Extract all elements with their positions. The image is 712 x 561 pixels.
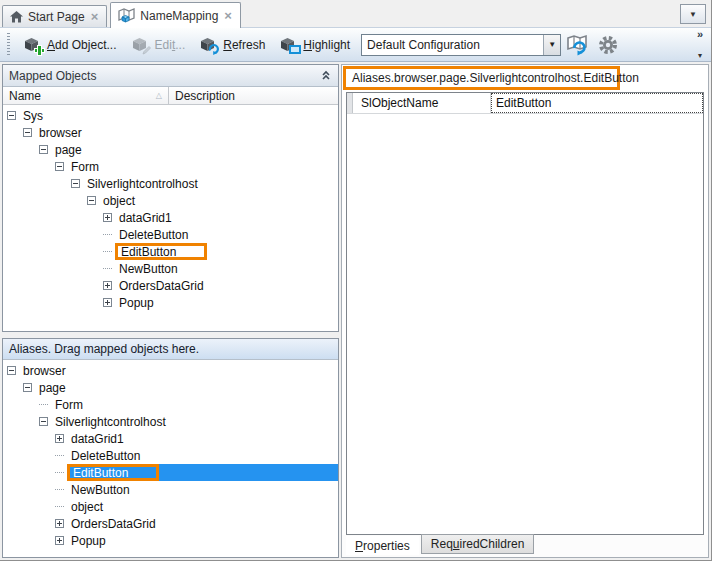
tree-node-label[interactable]: Silverlightcontrolhost (51, 413, 170, 430)
expand-node-icon[interactable] (103, 298, 112, 307)
tab-namemapping[interactable]: NameMapping × (110, 2, 241, 28)
tree-node-Popup[interactable]: Popup (3, 294, 338, 311)
highlight-label: Highlight (303, 38, 350, 52)
collapse-node-icon[interactable] (7, 111, 16, 120)
tree-row-fill: Sys (19, 107, 338, 124)
tree-node-page[interactable]: page (3, 141, 338, 158)
tree-node-label[interactable]: OrdersDataGrid (67, 515, 160, 532)
tree-node-object[interactable]: object (3, 192, 338, 209)
property-row: SlObjectNameEditButton (347, 93, 703, 114)
tree-node-label[interactable]: EditButton (67, 464, 159, 481)
tree-indent (3, 489, 54, 490)
tree-node-object[interactable]: object (3, 498, 338, 515)
collapse-node-icon[interactable] (55, 162, 64, 171)
tree-node-NewButton[interactable]: NewButton (3, 481, 338, 498)
tree-row-fill: browser (19, 362, 338, 379)
collapse-node-icon[interactable] (23, 383, 32, 392)
tree-node-label[interactable]: Silverlightcontrolhost (83, 175, 202, 192)
expand-node-icon[interactable] (103, 213, 112, 222)
tree-node-label[interactable]: object (99, 192, 139, 209)
tree-node-NewButton[interactable]: NewButton (3, 260, 338, 277)
expand-node-icon[interactable] (103, 281, 112, 290)
tree-row-fill: object (99, 192, 338, 209)
details-bottom-tabs: Properties Required Children (342, 535, 708, 557)
tree-node-label[interactable]: EditButton (115, 243, 207, 260)
configuration-combobox[interactable]: Default Configuration ▼ (361, 34, 561, 56)
property-value[interactable]: EditButton (491, 93, 703, 113)
collapse-node-icon[interactable] (23, 128, 32, 137)
tree-node-dataGrid1[interactable]: dataGrid1 (3, 430, 338, 447)
tree-node-label[interactable]: browser (19, 362, 70, 379)
close-icon[interactable]: × (90, 12, 100, 22)
collapse-node-icon[interactable] (71, 179, 80, 188)
tab-list-dropdown-button[interactable]: ▼ (680, 4, 706, 24)
toolbar-overflow-button[interactable]: » ▾ (693, 29, 707, 60)
tree-node-OrdersDataGrid[interactable]: OrdersDataGrid (3, 515, 338, 532)
tree-node-browser[interactable]: browser (3, 362, 338, 379)
tree-node-label[interactable]: OrdersDataGrid (115, 277, 208, 294)
tree-indent (3, 455, 54, 456)
tree-node-label[interactable]: Sys (19, 107, 47, 124)
tree-node-EditButton[interactable]: EditButton (3, 464, 338, 481)
collapse-node-icon[interactable] (39, 145, 48, 154)
tree-node-label[interactable]: page (51, 141, 86, 158)
refresh-label: Refresh (223, 38, 265, 52)
tree-row-fill: NewButton (115, 260, 338, 277)
left-column: Mapped Objects Name △ Description (2, 64, 339, 558)
tree-node-Silverlightcontrolhost[interactable]: Silverlightcontrolhost (3, 175, 338, 192)
tree-node-label[interactable]: Form (67, 158, 103, 175)
collapse-chevrons-icon[interactable] (320, 70, 332, 81)
tab-start-page[interactable]: Start Page × (2, 5, 107, 27)
tree-node-label[interactable]: object (67, 498, 107, 515)
tree-node-label[interactable]: dataGrid1 (67, 430, 128, 447)
tree-node-DeleteButton[interactable]: DeleteButton (3, 226, 338, 243)
expand-node-icon[interactable] (55, 434, 64, 443)
column-header-description[interactable]: Description (169, 87, 338, 104)
tree-node-Form[interactable]: Form (3, 396, 338, 413)
refresh-button[interactable]: Refresh (192, 32, 272, 57)
collapse-node-icon[interactable] (87, 196, 96, 205)
tree-node-Silverlightcontrolhost[interactable]: Silverlightcontrolhost (3, 413, 338, 430)
map-refresh-icon (566, 34, 590, 56)
tree-node-label[interactable]: page (35, 379, 70, 396)
tree-node-label[interactable]: NewButton (115, 260, 182, 277)
tree-node-Form[interactable]: Form (3, 158, 338, 175)
tree-node-Popup[interactable]: Popup (3, 532, 338, 549)
update-namemapping-button[interactable] (565, 33, 591, 57)
collapse-node-icon[interactable] (39, 417, 48, 426)
expand-node-icon[interactable] (55, 519, 64, 528)
tree-node-dataGrid1[interactable]: dataGrid1 (3, 209, 338, 226)
edit-button[interactable]: Edit... (124, 32, 193, 57)
tab-required-children[interactable]: Required Children (421, 534, 535, 554)
tree-node-page[interactable]: page (3, 379, 338, 396)
overflow-chevron-icon: » (697, 29, 703, 39)
aliases-title: Aliases. Drag mapped objects here. (9, 342, 332, 356)
tree-node-label[interactable]: NewButton (67, 481, 134, 498)
tree-node-DeleteButton[interactable]: DeleteButton (3, 447, 338, 464)
tree-row-fill: page (51, 141, 338, 158)
highlight-button[interactable]: Highlight (272, 32, 357, 57)
object-details-panel: Aliases.browser.page.Silverlightcontrolh… (341, 64, 709, 558)
tree-indent (3, 234, 102, 235)
tree-node-label[interactable]: DeleteButton (67, 447, 144, 464)
tree-node-label[interactable]: Popup (67, 532, 110, 549)
gear-icon (598, 35, 618, 55)
tree-node-label[interactable]: DeleteButton (115, 226, 192, 243)
tab-properties[interactable]: Properties (346, 536, 419, 555)
toolbar-grip[interactable] (7, 33, 10, 57)
tree-node-label[interactable]: Form (51, 396, 87, 413)
tree-node-EditButton[interactable]: EditButton (3, 243, 338, 260)
close-icon[interactable]: × (223, 11, 233, 21)
add-object-button[interactable]: Add Object... (16, 32, 124, 57)
expand-node-icon[interactable] (55, 536, 64, 545)
combo-dropdown-icon[interactable]: ▼ (543, 35, 560, 55)
tree-node-label[interactable]: browser (35, 124, 86, 141)
tree-node-label[interactable]: Popup (115, 294, 158, 311)
tree-node-Sys[interactable]: Sys (3, 107, 338, 124)
column-header-name[interactable]: Name △ (3, 87, 169, 104)
settings-button[interactable] (595, 33, 621, 57)
tree-node-browser[interactable]: browser (3, 124, 338, 141)
tree-node-OrdersDataGrid[interactable]: OrdersDataGrid (3, 277, 338, 294)
collapse-node-icon[interactable] (7, 366, 16, 375)
tree-node-label[interactable]: dataGrid1 (115, 209, 176, 226)
